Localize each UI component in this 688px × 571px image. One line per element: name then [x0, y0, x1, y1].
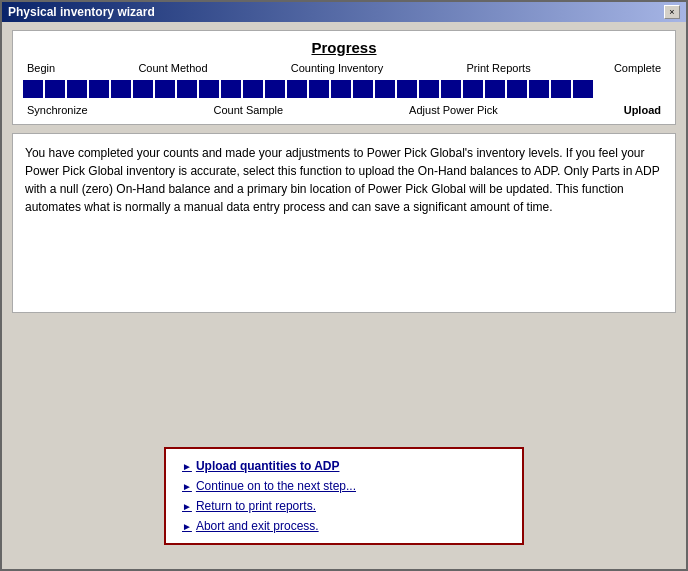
step-upload: Upload — [624, 104, 661, 116]
progress-block — [23, 80, 43, 98]
description-text: You have completed your counts and made … — [25, 146, 660, 214]
close-button[interactable]: × — [664, 5, 680, 19]
step-begin: Begin — [27, 62, 55, 74]
progress-block — [155, 80, 175, 98]
step-labels-top: Begin Count Method Counting Inventory Pr… — [23, 62, 665, 74]
spacer — [12, 321, 676, 439]
progress-block — [463, 80, 483, 98]
continue-arrow-icon: ► — [182, 481, 192, 492]
action-box: ► Upload quantities to ADP ► Continue on… — [164, 447, 524, 545]
window-title: Physical inventory wizard — [8, 5, 155, 19]
progress-block — [243, 80, 263, 98]
progress-block — [199, 80, 219, 98]
progress-block — [507, 80, 527, 98]
abort-label: Abort and exit process. — [196, 519, 319, 533]
progress-block — [287, 80, 307, 98]
progress-block — [309, 80, 329, 98]
description-box: You have completed your counts and made … — [12, 133, 676, 313]
main-window: Physical inventory wizard × Progress Beg… — [0, 0, 688, 571]
progress-block — [331, 80, 351, 98]
progress-block — [551, 80, 571, 98]
progress-block — [265, 80, 285, 98]
upload-link[interactable]: ► Upload quantities to ADP — [182, 459, 506, 473]
progress-title: Progress — [23, 39, 665, 56]
return-arrow-icon: ► — [182, 501, 192, 512]
step-count-sample: Count Sample — [213, 104, 283, 116]
progress-block — [89, 80, 109, 98]
return-link[interactable]: ► Return to print reports. — [182, 499, 506, 513]
step-print-reports: Print Reports — [466, 62, 530, 74]
upload-arrow-icon: ► — [182, 461, 192, 472]
step-count-method: Count Method — [138, 62, 207, 74]
progress-block — [177, 80, 197, 98]
abort-arrow-icon: ► — [182, 521, 192, 532]
title-bar: Physical inventory wizard × — [2, 2, 686, 22]
progress-block — [111, 80, 131, 98]
step-complete: Complete — [614, 62, 661, 74]
progress-block — [375, 80, 395, 98]
progress-block — [221, 80, 241, 98]
step-synchronize: Synchronize — [27, 104, 88, 116]
step-counting-inventory: Counting Inventory — [291, 62, 383, 74]
progress-block — [573, 80, 593, 98]
progress-section: Progress Begin Count Method Counting Inv… — [12, 30, 676, 125]
progress-block — [45, 80, 65, 98]
progress-block — [67, 80, 87, 98]
progress-block — [397, 80, 417, 98]
progress-block — [485, 80, 505, 98]
continue-label: Continue on to the next step... — [196, 479, 356, 493]
continue-link[interactable]: ► Continue on to the next step... — [182, 479, 506, 493]
step-labels-bottom: Synchronize Count Sample Adjust Power Pi… — [23, 104, 665, 116]
abort-link[interactable]: ► Abort and exit process. — [182, 519, 506, 533]
title-bar-buttons: × — [664, 5, 680, 19]
progress-block — [133, 80, 153, 98]
progress-block — [441, 80, 461, 98]
step-adjust-power-pick: Adjust Power Pick — [409, 104, 498, 116]
progress-bar — [23, 78, 665, 100]
content-area: Progress Begin Count Method Counting Inv… — [2, 22, 686, 569]
return-label: Return to print reports. — [196, 499, 316, 513]
upload-label: Upload quantities to ADP — [196, 459, 340, 473]
progress-block — [419, 80, 439, 98]
progress-block — [353, 80, 373, 98]
progress-block — [529, 80, 549, 98]
